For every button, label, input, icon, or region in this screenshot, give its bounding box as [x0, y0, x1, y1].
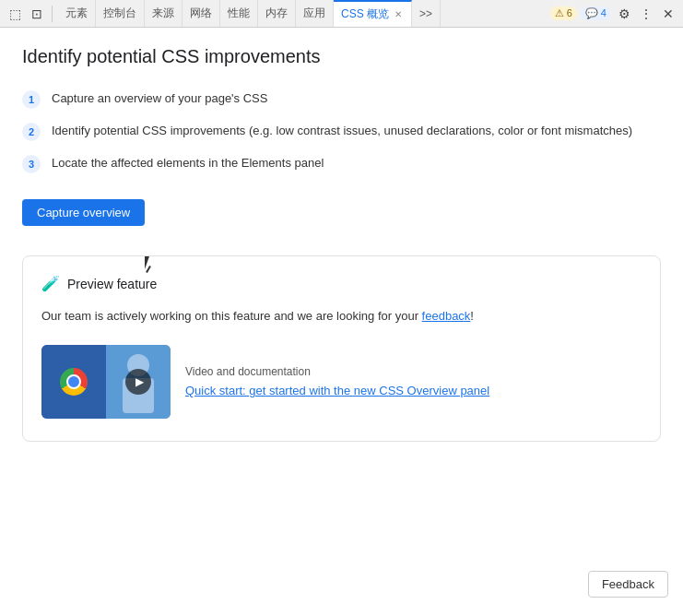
- tab-console[interactable]: 控制台: [96, 0, 145, 27]
- step-2-number: 2: [22, 123, 41, 141]
- preview-title: Preview feature: [67, 277, 157, 291]
- thumbnail-inner: ▶: [41, 345, 171, 419]
- preview-header: 🧪 Preview feature: [41, 275, 642, 292]
- tab-network[interactable]: 网络: [183, 0, 220, 27]
- tab-bar: 元素 控制台 来源 网络 性能 内存 应用 CSS 概览 ✕ >>: [58, 0, 547, 27]
- video-label: Video and documentation: [185, 365, 489, 378]
- preview-card: 🧪 Preview feature Our team is actively w…: [22, 255, 661, 442]
- thumb-left: [41, 345, 106, 419]
- video-info: Video and documentation Quick start: get…: [185, 365, 489, 397]
- step-1-text: Capture an overview of your page's CSS: [52, 89, 661, 108]
- inspect-icon[interactable]: ⬚: [6, 5, 24, 23]
- close-devtools-icon[interactable]: ✕: [659, 5, 677, 23]
- tab-sources[interactable]: 来源: [145, 0, 183, 27]
- video-thumbnail[interactable]: ▶: [41, 345, 171, 419]
- tab-css-overview[interactable]: CSS 概览 ✕: [334, 0, 412, 27]
- toolbar-right: ⚠ 6 💬 4 ⚙ ⋮ ✕: [550, 5, 677, 23]
- settings-icon[interactable]: ⚙: [615, 5, 633, 23]
- page-title: Identify potential CSS improvements: [22, 46, 661, 67]
- steps-list: 1 Capture an overview of your page's CSS…: [22, 89, 661, 173]
- capture-overview-button[interactable]: Capture overview: [22, 199, 145, 226]
- tab-memory[interactable]: 内存: [258, 0, 296, 27]
- more-options-icon[interactable]: ⋮: [637, 5, 655, 23]
- step-2: 2 Identify potential CSS improvements (e…: [22, 122, 661, 141]
- more-tabs-button[interactable]: >>: [412, 0, 441, 27]
- step-2-text: Identify potential CSS improvements (e.g…: [52, 122, 661, 140]
- chrome-logo-icon: [60, 368, 88, 396]
- feedback-button[interactable]: Feedback: [588, 571, 668, 598]
- step-3-number: 3: [22, 155, 41, 173]
- device-icon[interactable]: ⊡: [28, 5, 46, 23]
- tab-close-icon[interactable]: ✕: [393, 8, 404, 20]
- preview-description: Our team is actively working on this fea…: [41, 307, 642, 326]
- main-content: Identify potential CSS improvements 1 Ca…: [0, 28, 683, 616]
- thumb-right: ▶: [106, 345, 171, 419]
- beaker-icon: 🧪: [41, 275, 60, 292]
- video-link[interactable]: Quick start: get started with the new CS…: [185, 384, 489, 397]
- info-badge[interactable]: 💬 4: [581, 6, 611, 20]
- video-section: ▶ Video and documentation Quick start: g…: [41, 345, 642, 419]
- step-3: 3 Locate the affected elements in the El…: [22, 154, 661, 173]
- step-3-text: Locate the affected elements in the Elem…: [52, 154, 661, 172]
- tab-application[interactable]: 应用: [296, 0, 334, 27]
- feedback-link[interactable]: feedback: [422, 309, 471, 323]
- play-button-icon: ▶: [125, 369, 151, 395]
- toolbar-divider: [52, 6, 53, 22]
- step-1-number: 1: [22, 90, 41, 109]
- devtools-toolbar: ⬚ ⊡ 元素 控制台 来源 网络 性能 内存 应用 CSS 概览 ✕ >>: [0, 0, 683, 28]
- tab-elements[interactable]: 元素: [58, 0, 96, 27]
- warning-badge[interactable]: ⚠ 6: [550, 6, 577, 20]
- tab-performance[interactable]: 性能: [220, 0, 258, 27]
- step-1: 1 Capture an overview of your page's CSS: [22, 89, 661, 109]
